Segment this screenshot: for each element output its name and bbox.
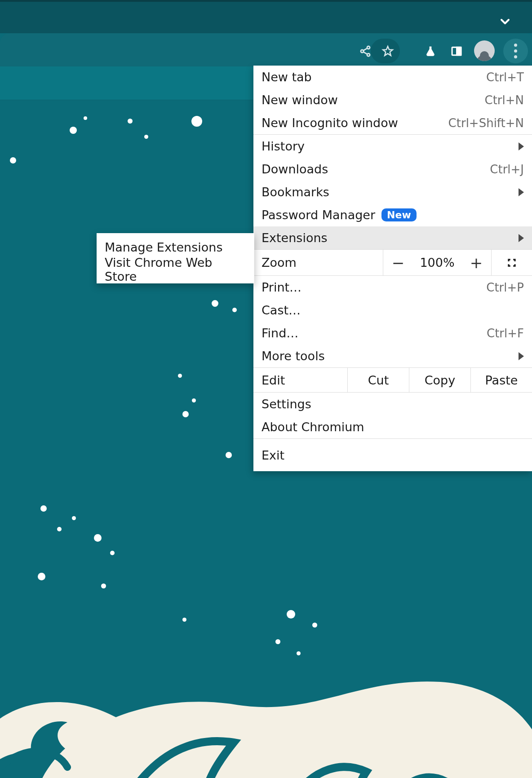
copy-button[interactable]: Copy xyxy=(409,368,470,392)
decoration-dot xyxy=(192,398,196,402)
menu-item-cast[interactable]: Cast… xyxy=(253,299,532,322)
menu-item-password-manager[interactable]: Password Manager New xyxy=(253,203,532,226)
chevron-right-icon xyxy=(519,234,524,242)
submenu-item-chrome-web-store[interactable]: Visit Chrome Web Store xyxy=(97,258,254,281)
svg-point-2 xyxy=(367,53,370,56)
decoration-dot xyxy=(128,119,133,124)
edit-label: Edit xyxy=(253,368,347,392)
profile-icon[interactable] xyxy=(474,40,495,61)
chevron-right-icon xyxy=(519,188,524,196)
menu-item-shortcut: Ctrl+T xyxy=(486,71,524,84)
menu-item-label: New tab xyxy=(262,70,486,84)
chevron-down-icon[interactable] xyxy=(498,14,512,31)
menu-item-label: Settings xyxy=(262,397,524,411)
zoom-value: 100% xyxy=(413,250,461,275)
window-titlebar xyxy=(0,0,532,33)
chevron-right-icon xyxy=(519,142,524,150)
menu-item-exit[interactable]: Exit xyxy=(253,439,532,471)
menu-item-label: About Chromium xyxy=(262,420,524,434)
menu-item-settings[interactable]: Settings xyxy=(253,393,532,416)
app-window: New tab Ctrl+T New window Ctrl+N New Inc… xyxy=(0,0,532,778)
flask-icon[interactable] xyxy=(423,44,438,59)
menu-item-extensions[interactable]: Extensions xyxy=(253,226,532,249)
menu-item-more-tools[interactable]: More tools xyxy=(253,345,532,367)
menu-kebab-icon[interactable] xyxy=(503,39,528,63)
main-menu: New tab Ctrl+T New window Ctrl+N New Inc… xyxy=(253,66,532,471)
decoration-dot xyxy=(70,127,77,134)
zoom-in-button[interactable]: + xyxy=(461,250,491,275)
menu-item-label: Extensions xyxy=(262,231,515,245)
decoration-dot xyxy=(212,300,218,307)
minus-icon: − xyxy=(392,254,405,272)
decoration-dot xyxy=(10,157,16,164)
decoration-dot xyxy=(226,452,232,458)
menu-item-label: New window xyxy=(262,93,485,107)
decoration-dot xyxy=(72,516,76,520)
svg-marker-5 xyxy=(383,46,392,55)
decoration-wave xyxy=(0,543,532,778)
menu-item-history[interactable]: History xyxy=(253,135,532,158)
decoration-dot xyxy=(182,411,189,417)
zoom-out-button[interactable]: − xyxy=(383,250,413,275)
menu-item-find[interactable]: Find… Ctrl+F xyxy=(253,322,532,345)
menu-item-new-window[interactable]: New window Ctrl+N xyxy=(253,88,532,111)
menu-item-label: History xyxy=(262,139,515,153)
menu-item-new-incognito[interactable]: New Incognito window Ctrl+Shift+N xyxy=(253,111,532,134)
plus-icon: + xyxy=(470,254,483,272)
submenu-item-label: Manage Extensions xyxy=(105,240,222,254)
submenu-item-label: Visit Chrome Web Store xyxy=(105,256,246,283)
menu-item-shortcut: Ctrl+P xyxy=(486,281,524,294)
svg-line-4 xyxy=(364,52,368,54)
menu-item-zoom: Zoom − 100% + xyxy=(253,249,532,276)
svg-point-0 xyxy=(367,46,370,49)
new-badge: New xyxy=(381,208,417,221)
menu-item-bookmarks[interactable]: Bookmarks xyxy=(253,181,532,203)
menu-item-new-tab[interactable]: New tab Ctrl+T xyxy=(253,66,532,88)
menu-item-label: Password Manager xyxy=(262,208,375,222)
chevron-right-icon xyxy=(519,352,524,360)
menu-item-label: New Incognito window xyxy=(262,116,448,130)
menu-item-label: Print… xyxy=(262,280,486,294)
menu-item-label: More tools xyxy=(262,349,515,363)
star-icon[interactable] xyxy=(380,44,395,59)
menu-item-shortcut: Ctrl+Shift+N xyxy=(448,116,524,130)
menu-item-shortcut: Ctrl+N xyxy=(485,93,524,107)
svg-point-1 xyxy=(361,50,364,53)
menu-item-print[interactable]: Print… Ctrl+P xyxy=(253,276,532,299)
svg-line-3 xyxy=(364,48,368,50)
menu-item-label: Exit xyxy=(262,448,524,462)
fullscreen-button[interactable] xyxy=(491,250,532,275)
decoration-dot xyxy=(57,527,62,531)
decoration-dot xyxy=(191,116,202,127)
menu-item-shortcut: Ctrl+F xyxy=(487,327,524,340)
menu-item-about[interactable]: About Chromium xyxy=(253,416,532,438)
paste-button[interactable]: Paste xyxy=(470,368,532,392)
decoration-dot xyxy=(94,534,102,542)
decoration-dot xyxy=(178,374,182,378)
menu-item-label: Find… xyxy=(262,326,487,340)
menu-item-shortcut: Ctrl+J xyxy=(490,163,524,176)
decoration-dot xyxy=(232,308,237,312)
decoration-dot xyxy=(144,135,148,139)
svg-rect-7 xyxy=(457,47,461,55)
zoom-label: Zoom xyxy=(253,256,383,270)
menu-item-downloads[interactable]: Downloads Ctrl+J xyxy=(253,158,532,181)
extensions-submenu: Manage Extensions Visit Chrome Web Store xyxy=(97,233,254,283)
panel-icon[interactable] xyxy=(449,44,464,59)
menu-item-label: Bookmarks xyxy=(262,185,515,199)
decoration-dot xyxy=(84,116,87,120)
menu-item-label: Cast… xyxy=(262,303,524,317)
menu-item-edit: Edit Cut Copy Paste xyxy=(253,367,532,393)
menu-item-label: Downloads xyxy=(262,162,490,176)
cut-button[interactable]: Cut xyxy=(347,368,409,392)
submenu-item-manage-extensions[interactable]: Manage Extensions xyxy=(97,236,254,258)
decoration-dot xyxy=(40,505,47,512)
